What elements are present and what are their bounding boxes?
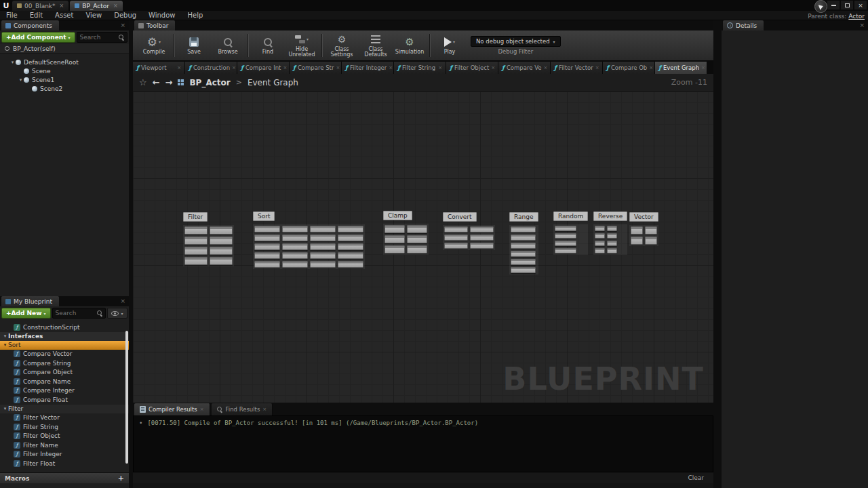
close-icon[interactable]: × (649, 65, 653, 70)
blueprint-node[interactable] (210, 226, 233, 235)
blueprint-item-filter-vector[interactable]: ƒ Filter Vector (0, 413, 129, 423)
menu-edit[interactable]: Edit (24, 11, 49, 20)
node-group-vector[interactable]: Vector (629, 212, 658, 246)
close-icon[interactable]: × (283, 65, 287, 70)
blueprint-item-compare-object[interactable]: ƒ Compare Object (0, 368, 129, 378)
chevron-down-icon[interactable]: ▾ (453, 40, 455, 44)
class-badge-icon[interactable] (814, 0, 827, 13)
component-self-row[interactable]: BP_Actor(self) (0, 44, 129, 54)
close-icon[interactable]: × (438, 65, 442, 70)
doc-tab-filter-string[interactable]: ƒ Filter String × (394, 62, 446, 74)
blueprint-node[interactable] (210, 257, 233, 265)
blueprint-node[interactable] (184, 257, 208, 265)
doc-tab-compare-str[interactable]: ƒ Compare Str × (290, 62, 342, 74)
blueprint-node[interactable] (607, 226, 617, 231)
close-icon[interactable]: × (120, 22, 125, 28)
blueprint-node[interactable] (338, 261, 363, 268)
blueprint-node[interactable] (607, 241, 617, 246)
close-icon[interactable]: × (859, 22, 865, 28)
blueprint-node[interactable] (184, 237, 208, 245)
blueprint-node[interactable] (407, 235, 427, 243)
blueprint-node[interactable] (511, 226, 536, 232)
blueprint-node[interactable] (282, 252, 308, 259)
blueprint-node[interactable] (407, 245, 427, 253)
close-icon[interactable]: × (262, 407, 267, 412)
blueprint-node[interactable] (555, 241, 576, 246)
blueprint-node[interactable] (444, 243, 468, 249)
blueprint-item-filter-object[interactable]: ƒ Filter Object (0, 432, 129, 441)
browse-button[interactable]: Browse (211, 31, 245, 60)
node-group-clamp[interactable]: Clamp (383, 211, 429, 255)
blueprint-node[interactable] (310, 243, 336, 250)
close-icon[interactable]: × (544, 65, 548, 70)
collapse-icon[interactable]: ▾ (2, 406, 8, 411)
class-defaults-button[interactable]: Class Defaults (359, 31, 393, 60)
collapse-icon[interactable]: ▾ (2, 333, 8, 339)
blueprint-node[interactable] (210, 237, 233, 245)
macros-section-header[interactable]: Macros + (0, 472, 129, 483)
blueprint-node[interactable] (310, 235, 336, 241)
blueprint-node[interactable] (444, 226, 468, 232)
blueprint-node[interactable] (254, 243, 280, 250)
blueprint-item-filter-string[interactable]: ƒ Filter String (0, 422, 129, 432)
class-settings-button[interactable]: ⚙ Class Settings (325, 31, 359, 60)
close-icon[interactable]: × (177, 65, 181, 70)
blueprint-node[interactable] (555, 226, 576, 231)
blueprint-node[interactable] (282, 261, 308, 268)
blueprint-node[interactable] (511, 267, 536, 273)
close-icon[interactable]: × (120, 298, 125, 304)
collapse-icon[interactable]: ▾ (2, 342, 8, 348)
interface-category-filter[interactable]: ▾ Filter (0, 405, 129, 413)
doc-tab-compare-ve[interactable]: ƒ Compare Ve × (498, 62, 551, 74)
doc-tab-compare-int[interactable]: ƒ Compare Int × (237, 62, 290, 74)
blueprint-item-compare-vector[interactable]: ƒ Compare Vector (0, 350, 129, 359)
tab-my-blueprint[interactable]: My Blueprint (1, 296, 59, 306)
minimize-button[interactable] (827, 1, 840, 9)
hide-unrelated-button[interactable]: ▾ Hide Unrelated (285, 31, 319, 60)
blueprint-item-compare-name[interactable]: ƒ Compare Name (0, 377, 129, 386)
doc-tab-event-graph[interactable]: ƒ Event Graph × (655, 62, 707, 74)
blueprint-node[interactable] (384, 245, 405, 253)
blueprint-node[interactable] (555, 233, 576, 239)
blueprint-item-filter-integer[interactable]: ƒ Filter Integer (0, 450, 129, 460)
scrollbar-thumb[interactable] (125, 331, 128, 464)
save-button[interactable]: Save (177, 31, 211, 60)
blueprint-node[interactable] (645, 237, 657, 245)
comment-label[interactable]: Reverse (593, 211, 627, 221)
blueprint-item-compare-string[interactable]: ƒ Compare String (0, 359, 129, 368)
blueprint-node[interactable] (470, 226, 494, 232)
menu-help[interactable]: Help (182, 11, 210, 20)
graph-canvas[interactable]: BLUEPRINT Filter Sort Clamp Convert Rang… (133, 92, 713, 403)
blueprint-node[interactable] (631, 237, 643, 245)
blueprint-node[interactable] (384, 235, 405, 243)
blueprint-node[interactable] (595, 248, 605, 253)
blueprint-node[interactable] (338, 226, 363, 232)
tab-toolbar[interactable]: Toolbar (134, 20, 175, 30)
menu-view[interactable]: View (79, 11, 108, 20)
parent-class-link[interactable]: Actor (848, 13, 865, 20)
expander-icon[interactable]: ▾ (9, 60, 16, 65)
menu-window[interactable]: Window (142, 11, 181, 20)
blueprint-node[interactable] (184, 247, 208, 255)
component-tree-item-scene[interactable]: Scene (0, 66, 129, 75)
chevron-down-icon[interactable]: ▾ (307, 37, 309, 41)
blueprint-item-filter-name[interactable]: ƒ Filter Name (0, 441, 129, 450)
menu-file[interactable]: File (0, 11, 24, 20)
doc-tab-filter-vector[interactable]: ƒ Filter Vector × (551, 62, 603, 74)
blueprint-node[interactable] (470, 235, 494, 241)
close-button[interactable]: × (854, 1, 867, 9)
doc-tab-compare-ob[interactable]: ƒ Compare Ob × (603, 62, 655, 74)
close-icon[interactable]: × (113, 3, 118, 9)
my-blueprint-search[interactable] (52, 308, 106, 319)
blueprint-node[interactable] (282, 243, 308, 250)
comment-label[interactable]: Random (553, 211, 588, 221)
tab-find-results[interactable]: Find Results × (212, 403, 273, 415)
comment-label[interactable]: Range (509, 212, 538, 222)
comment-label[interactable]: Convert (443, 212, 477, 222)
menu-debug[interactable]: Debug (108, 11, 142, 20)
doc-tab-filter-integer[interactable]: ƒ Filter Integer × (342, 62, 394, 74)
blueprint-node[interactable] (607, 233, 617, 239)
close-icon[interactable]: × (595, 65, 599, 70)
node-group-random[interactable]: Random (553, 211, 588, 255)
close-icon[interactable]: × (200, 407, 204, 412)
